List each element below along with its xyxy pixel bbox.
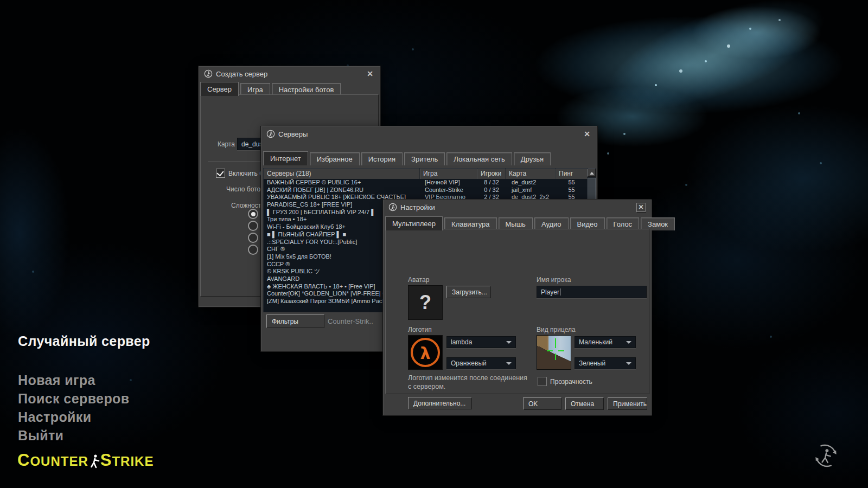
cell-players: 0 / 32: [477, 187, 506, 194]
cancel-button[interactable]: Отмена: [565, 397, 604, 410]
player-name-input[interactable]: Player: [537, 286, 647, 298]
crosshair-line: [555, 354, 556, 360]
avatar: ?: [408, 285, 443, 320]
filters-button[interactable]: Фильтры: [266, 314, 324, 328]
servers-tab-4[interactable]: Локальная сеть: [446, 152, 512, 165]
cell-game: [Ночной VIP]: [420, 179, 477, 187]
column-header-0[interactable]: Серверы (218): [264, 169, 420, 179]
crosshair-size-select[interactable]: Маленький: [575, 336, 636, 348]
upload-avatar-button[interactable]: Загрузить...: [446, 286, 491, 298]
crosshair-line: [555, 338, 556, 348]
transparency-checkbox[interactable]: [538, 377, 547, 386]
difficulty-radio-0[interactable]: [248, 209, 258, 219]
servers-tab-3[interactable]: Зритель: [404, 152, 445, 165]
menu-item-3[interactable]: Настройки: [18, 408, 150, 426]
servers-titlebar[interactable]: Серверы ✕: [261, 126, 597, 142]
enable-bots-checkbox[interactable]: [216, 169, 225, 178]
crosshair-preview: [537, 335, 571, 370]
logo-type-value: lambda: [451, 338, 472, 346]
cell-name: ВАЖНЫЙ СЕРВЕР © PUBLIC 16+: [264, 179, 420, 187]
crosshair-size-value: Маленький: [579, 338, 612, 346]
window-title: Создать сервер: [216, 70, 267, 78]
chevron-down-icon: [626, 341, 631, 344]
map-label: Карта: [205, 140, 235, 148]
column-header-4[interactable]: Пинг: [556, 169, 588, 179]
text-caret: [560, 288, 560, 296]
spray-logo-preview: λ: [408, 335, 443, 370]
cell-game: Counter-Strike: [420, 187, 477, 194]
chevron-down-icon: [506, 341, 512, 344]
close-icon[interactable]: ✕: [366, 69, 374, 78]
advanced-button[interactable]: Дополнительно...: [408, 397, 472, 409]
difficulty-radio-1[interactable]: [248, 221, 258, 231]
menu-item-2[interactable]: Поиск серверов: [18, 389, 150, 408]
logo-label: Логотип: [408, 326, 432, 333]
difficulty-label: Сложность: [231, 202, 264, 209]
cell-ping: 55: [556, 179, 588, 187]
chevron-down-icon: [626, 362, 631, 365]
create-server-titlebar[interactable]: Создать сервер ✕: [199, 66, 380, 81]
close-icon[interactable]: ✕: [583, 130, 591, 138]
window-title: Серверы: [278, 130, 308, 138]
desktop: Случайный серверНовая играПоиск серверов…: [0, 0, 868, 488]
servers-tabs: ИнтернетИзбранноеИсторияЗрительЛокальная…: [263, 151, 551, 165]
settings-tab-0[interactable]: Мультиплеер: [385, 216, 443, 230]
logo-color-select[interactable]: Оранжевый: [446, 357, 516, 369]
server-row-1[interactable]: АДСКИЙ ПОБЕГ [JB] | ZONE46.RUCounter-Str…: [264, 187, 588, 194]
crosshair-color-select[interactable]: Зеленый: [575, 357, 636, 369]
avatar-label: Аватар: [408, 276, 429, 284]
cell-players: 8 / 32: [477, 179, 506, 187]
crosshair-label: Вид прицела: [537, 326, 576, 333]
logo-note-line2: с сервером.: [408, 383, 445, 390]
logo-color-value: Оранжевый: [451, 359, 487, 367]
player-name-value: Player: [541, 288, 559, 296]
ok-button[interactable]: OK: [523, 397, 561, 410]
multiplayer-tab-panel: Аватар ? Загрузить... Имя игрока Player …: [385, 229, 649, 394]
servers-tab-2[interactable]: История: [361, 152, 403, 165]
cell-map: de_dust2: [506, 179, 556, 187]
water-droplets-decoration: [0, 0, 1, 1]
difficulty-radio-3[interactable]: [248, 245, 258, 255]
server-list-header: Серверы (218)ИграИгрокиКартаПинг: [264, 169, 588, 179]
lambda-ring-icon: λ: [411, 338, 440, 367]
logo-type-select[interactable]: lambda: [446, 336, 516, 348]
crosshair-line: [558, 350, 564, 351]
player-name-label: Имя игрока: [537, 276, 571, 284]
cell-ping: 55: [556, 187, 588, 194]
cs-corner-emblem-icon: [813, 443, 839, 468]
logo-note-line1: Логотип изменится после соединения: [408, 374, 527, 382]
cell-map: jail_xmf: [506, 187, 556, 194]
column-header-3[interactable]: Карта: [506, 169, 556, 179]
main-menu: Случайный серверНовая играПоиск серверов…: [18, 332, 150, 445]
transparency-label: Прозрачность: [550, 378, 592, 386]
cs-window-icon: [388, 203, 397, 211]
avatar-placeholder: ?: [419, 291, 431, 314]
close-icon[interactable]: ✕: [636, 203, 646, 212]
brand-counter: COUNTER: [17, 451, 88, 471]
window-title: Настройки: [400, 203, 435, 211]
menu-item-0[interactable]: Случайный сервер: [18, 332, 150, 350]
difficulty-radio-2[interactable]: [248, 233, 258, 243]
crosshair-line: [547, 350, 553, 351]
column-header-1[interactable]: Игра: [420, 169, 477, 179]
crosshair-color-value: Зеленый: [579, 359, 605, 367]
filter-summary-text: Counter-Strik..: [328, 317, 373, 325]
cs-window-icon: [204, 69, 213, 78]
settings-window: Настройки ✕ МультиплеерКлавиатураМышьАуд…: [382, 199, 652, 416]
apply-button[interactable]: Применить: [608, 397, 647, 410]
brand-strike: STRIKE: [100, 451, 154, 471]
menu-item-4[interactable]: Выйти: [18, 426, 150, 445]
servers-tab-0[interactable]: Интернет: [263, 151, 308, 165]
create-tab-0[interactable]: Сервер: [200, 82, 239, 96]
servers-tab-5[interactable]: Друзья: [514, 152, 551, 165]
bots-count-label: Число ботов: [226, 185, 264, 193]
settings-titlebar[interactable]: Настройки ✕: [383, 200, 652, 215]
server-row-0[interactable]: ВАЖНЫЙ СЕРВЕР © PUBLIC 16+[Ночной VIP]8 …: [264, 179, 588, 187]
column-header-2[interactable]: Игроки: [477, 169, 506, 179]
cs-window-icon: [266, 130, 275, 138]
chevron-down-icon: [506, 362, 512, 365]
servers-tab-1[interactable]: Избранное: [310, 152, 360, 165]
menu-item-1[interactable]: Новая игра: [18, 371, 150, 389]
cell-name: АДСКИЙ ПОБЕГ [JB] | ZONE46.RU: [264, 187, 420, 194]
scroll-up-button[interactable]: [588, 169, 596, 177]
